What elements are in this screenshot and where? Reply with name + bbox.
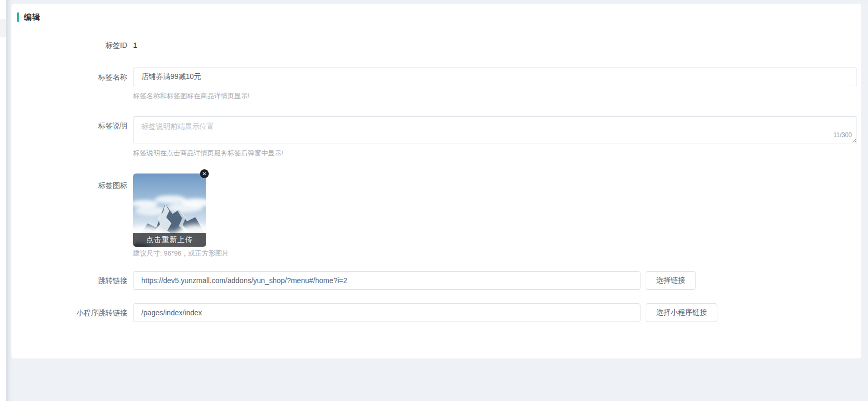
tag-icon-uploader[interactable]: 点击重新上传 ✕ [133, 173, 206, 247]
tag-id-label: 标签ID [17, 40, 133, 50]
collapsed-sidebar-rail [0, 0, 6, 401]
tag-desc-label: 标签说明 [17, 116, 133, 157]
form-row-jump-link: 跳转链接 选择链接 [17, 271, 857, 290]
jump-link-label: 跳转链接 [17, 271, 133, 290]
tag-icon-label: 标签图标 [17, 173, 133, 257]
tag-id-value: 1 [133, 41, 137, 49]
tag-desc-textarea[interactable] [133, 116, 857, 143]
page-content: 编辑 标签ID 1 标签名称 标签名称和标签图标在商品详情页显示! 标签说明 [6, 0, 868, 401]
char-counter: 11/300 [833, 131, 852, 139]
edit-panel: 编辑 标签ID 1 标签名称 标签名称和标签图标在商品详情页显示! 标签说明 [11, 4, 861, 358]
app-root: 编辑 标签ID 1 标签名称 标签名称和标签图标在商品详情页显示! 标签说明 [0, 0, 868, 401]
mini-program-link-label: 小程序跳转链接 [17, 303, 133, 322]
tag-name-input[interactable] [133, 68, 857, 86]
collapsed-sidebar-item [0, 19, 6, 37]
select-mini-program-link-button[interactable]: 选择小程序链接 [646, 303, 717, 322]
tag-name-help: 标签名称和标签图标在商品详情页显示! [133, 92, 857, 100]
tag-desc-help: 标签说明在点击商品详情页服务标签后弹窗中显示! [133, 150, 857, 157]
close-icon[interactable]: ✕ [200, 169, 209, 178]
tag-name-label: 标签名称 [17, 68, 133, 100]
form-row-tag-id: 标签ID 1 [17, 40, 857, 50]
form-row-mini-program-link: 小程序跳转链接 选择小程序链接 [17, 303, 857, 322]
form-row-tag-name: 标签名称 标签名称和标签图标在商品详情页显示! [17, 68, 857, 100]
accent-bar [17, 12, 19, 22]
form-row-tag-desc: 标签说明 11/300 标签说明在点击商品详情页服务标签后弹窗中显示! [17, 116, 857, 157]
mini-program-link-input[interactable] [133, 303, 640, 322]
tag-desc-textarea-wrap: 11/300 [133, 116, 857, 143]
select-link-button[interactable]: 选择链接 [646, 271, 696, 290]
jump-link-input[interactable] [133, 271, 640, 290]
tag-icon-help: 建议尺寸: 96*96，或正方形图片 [133, 250, 857, 257]
reupload-overlay[interactable]: 点击重新上传 [133, 233, 206, 247]
page-title: 编辑 [24, 12, 41, 22]
form-row-tag-icon: 标签图标 [17, 173, 857, 257]
panel-header: 编辑 [17, 11, 857, 23]
